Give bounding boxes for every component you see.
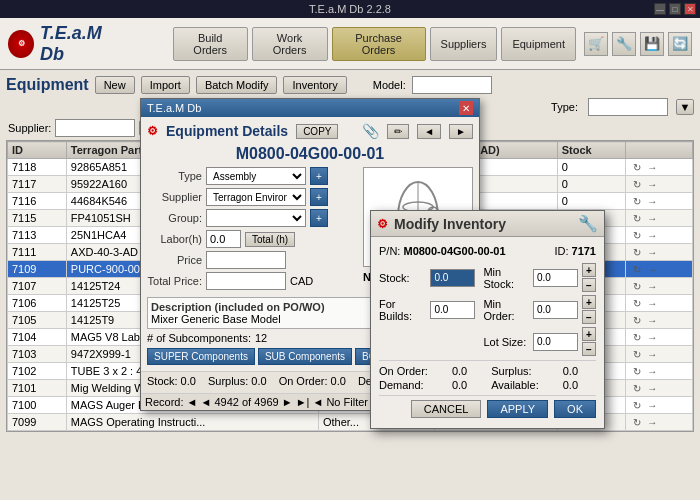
arrow-row-icon[interactable]: → [645, 245, 659, 259]
arrow-row-icon[interactable]: → [645, 398, 659, 412]
equip-details-logo: ⚙ [147, 124, 158, 138]
nav-build-orders[interactable]: Build Orders [173, 27, 248, 61]
equip-details-dialog-title: T.E.a.M Db [147, 102, 201, 114]
cancel-button[interactable]: CANCEL [411, 400, 482, 418]
arrow-row-icon[interactable]: → [645, 347, 659, 361]
arrow-row-icon[interactable]: → [645, 211, 659, 225]
refresh-row-icon[interactable]: ↻ [630, 364, 644, 378]
nav-suppliers[interactable]: Suppliers [430, 27, 498, 61]
modify-footer-buttons: CANCEL APPLY OK [379, 395, 596, 420]
next-record-button[interactable]: ► [449, 124, 473, 139]
arrow-row-icon[interactable]: → [645, 160, 659, 174]
maximize-button[interactable]: □ [669, 3, 681, 15]
model-input[interactable] [412, 76, 492, 94]
refresh-row-icon[interactable]: ↻ [630, 177, 644, 191]
cell-actions: ↻ → [626, 295, 693, 312]
arrow-row-icon[interactable]: → [645, 313, 659, 327]
refresh-row-icon[interactable]: ↻ [630, 415, 644, 429]
group-action-button[interactable]: + [310, 209, 328, 227]
min-stock-minus-button[interactable]: − [582, 278, 596, 292]
arrow-row-icon[interactable]: → [645, 177, 659, 191]
type-input[interactable] [588, 98, 668, 116]
ok-button[interactable]: OK [554, 400, 596, 418]
new-button[interactable]: New [95, 76, 135, 94]
arrow-row-icon[interactable]: → [645, 296, 659, 310]
refresh-row-icon[interactable]: ↻ [630, 245, 644, 259]
cell-id: 7117 [8, 176, 67, 193]
min-order-input[interactable] [533, 301, 578, 319]
nav-purchase-orders[interactable]: Purchase Orders [332, 27, 426, 61]
supplier-action-button[interactable]: + [310, 188, 328, 206]
cart-icon-button[interactable]: 🛒 [584, 32, 608, 56]
supplier-filter-input[interactable] [55, 119, 135, 137]
total-price-input[interactable] [206, 272, 286, 290]
price-input[interactable] [206, 251, 286, 269]
close-button[interactable]: ✕ [684, 3, 696, 15]
equip-details-left: Type Assembly + Supplier Terragon Enviro… [147, 167, 357, 293]
min-order-plus-button[interactable]: + [582, 295, 596, 309]
title-bar: T.E.a.M Db 2.2.8 — □ ✕ [0, 0, 700, 18]
nav-work-orders[interactable]: Work Orders [252, 27, 328, 61]
edit-icon-button[interactable]: ✏ [387, 124, 409, 139]
refresh-row-icon[interactable]: ↻ [630, 381, 644, 395]
min-order-minus-button[interactable]: − [582, 310, 596, 324]
id-section: ID: 7171 [554, 245, 596, 257]
cell-actions: ↻ → [626, 193, 693, 210]
lot-size-input[interactable] [533, 333, 578, 351]
tools-icon-button[interactable]: 🔧 [612, 32, 636, 56]
refresh-row-icon[interactable]: ↻ [630, 262, 644, 276]
supplier-select[interactable]: Terragon Environmenta... [206, 188, 306, 206]
arrow-row-icon[interactable]: → [645, 381, 659, 395]
refresh-row-icon[interactable]: ↻ [630, 194, 644, 208]
super-components-button[interactable]: SUPER Components [147, 348, 255, 365]
arrow-row-icon[interactable]: → [645, 194, 659, 208]
equip-details-close-button[interactable]: ✕ [459, 101, 473, 115]
arrow-row-icon[interactable]: → [645, 415, 659, 429]
supplier-field-label: Supplier [147, 191, 202, 203]
refresh-row-icon[interactable]: ↻ [630, 296, 644, 310]
minimize-button[interactable]: — [654, 3, 666, 15]
import-button[interactable]: Import [141, 76, 190, 94]
refresh-row-icon[interactable]: ↻ [630, 398, 644, 412]
refresh-row-icon[interactable]: ↻ [630, 330, 644, 344]
group-select[interactable] [206, 209, 306, 227]
lot-size-label: Lot Size: [483, 336, 529, 348]
refresh-row-icon[interactable]: ↻ [630, 313, 644, 327]
type-field-label: Type [147, 170, 202, 182]
surplus-info: Surplus: 0.0 [208, 375, 267, 390]
apply-button[interactable]: APPLY [487, 400, 548, 418]
window-controls[interactable]: — □ ✕ [654, 3, 696, 15]
refresh-row-icon[interactable]: ↻ [630, 279, 644, 293]
lot-size-plus-button[interactable]: + [582, 327, 596, 341]
sub-components-button[interactable]: SUB Components [258, 348, 352, 365]
refresh-row-icon[interactable]: ↻ [630, 211, 644, 225]
total-price-label: Total Price: [147, 275, 202, 287]
inventory-button[interactable]: Inventory [283, 76, 346, 94]
stock-input[interactable] [430, 269, 475, 287]
refresh-row-icon[interactable]: ↻ [630, 160, 644, 174]
arrow-row-icon[interactable]: → [645, 262, 659, 276]
refresh-icon-button[interactable]: 🔄 [668, 32, 692, 56]
arrow-row-icon[interactable]: → [645, 228, 659, 242]
lot-size-minus-button[interactable]: − [582, 342, 596, 356]
refresh-row-icon[interactable]: ↻ [630, 347, 644, 361]
for-builds-input[interactable] [430, 301, 475, 319]
demand-value: 0.0 [452, 379, 485, 391]
type-action-button[interactable]: + [310, 167, 328, 185]
modify-summary-grid: On Order: 0.0 Surplus: 0.0 Demand: 0.0 A… [379, 360, 596, 391]
min-stock-plus-button[interactable]: + [582, 263, 596, 277]
min-stock-input[interactable] [533, 269, 578, 287]
copy-button[interactable]: COPY [296, 124, 338, 139]
prev-record-button[interactable]: ◄ [417, 124, 441, 139]
cell-id: 7105 [8, 312, 67, 329]
nav-equipment[interactable]: Equipment [501, 27, 576, 61]
arrow-row-icon[interactable]: → [645, 279, 659, 293]
save-icon-button[interactable]: 💾 [640, 32, 664, 56]
batch-modify-button[interactable]: Batch Modify [196, 76, 278, 94]
type-select[interactable]: Assembly [206, 167, 306, 185]
labor-input[interactable] [206, 230, 241, 248]
type-dropdown-button[interactable]: ▼ [676, 99, 694, 115]
arrow-row-icon[interactable]: → [645, 330, 659, 344]
refresh-row-icon[interactable]: ↻ [630, 228, 644, 242]
arrow-row-icon[interactable]: → [645, 364, 659, 378]
